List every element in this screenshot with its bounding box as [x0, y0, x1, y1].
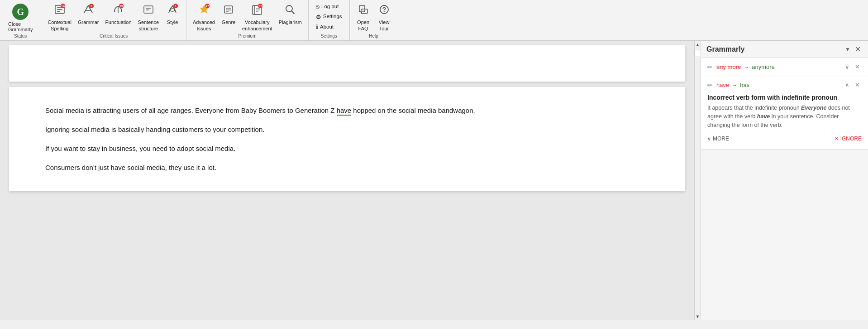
log-out-button[interactable]: ⎋ Log out	[312, 2, 342, 12]
suggestion-collapse-button-2[interactable]: ∧	[843, 81, 851, 89]
genre-label: Genre	[222, 19, 236, 25]
advanced-issues-label: Advanced Issues	[193, 19, 215, 31]
close-grammarly-label: Close Grammarly	[8, 21, 33, 32]
punctuation-button[interactable]: 15 Punctuation	[102, 2, 134, 28]
suggestion-description-2: It appears that the indefinite pronoun E…	[707, 104, 862, 129]
document-area[interactable]: Social media is attracting users of all …	[0, 41, 694, 320]
doc-page-top	[9, 45, 685, 82]
advanced-issues-button[interactable]: 47 Advanced Issues	[190, 2, 218, 34]
sentence-structure-button[interactable]: Sentence structure	[135, 2, 162, 34]
x-ignore-icon: ✕	[835, 136, 839, 142]
vocabulary-button[interactable]: 31 Vocabulary enhancement	[239, 2, 275, 34]
scroll-down-button[interactable]: ▼	[695, 313, 701, 320]
chevron-more-icon: ∨	[707, 136, 711, 142]
ribbon-group-premium: 47 Advanced Issues Genre 31 Vocabulary e…	[186, 0, 309, 40]
view-tour-icon: ?	[378, 4, 390, 18]
svg-text:47: 47	[205, 5, 209, 8]
suggestion-controls-2: ∧ ✕	[843, 81, 862, 89]
panel-dropdown-icon[interactable]: ▼	[845, 46, 850, 53]
vocabulary-label: Vocabulary enhancement	[242, 19, 272, 31]
suggestion-controls-1: ∨ ✕	[843, 63, 862, 71]
sentence-structure-icon	[143, 4, 154, 18]
ribbon-group-settings-label: Settings	[309, 34, 349, 39]
open-faq-icon	[358, 4, 369, 18]
grammar-button[interactable]: 3 Grammar	[75, 2, 101, 28]
svg-text:14: 14	[61, 5, 65, 8]
suggestion-original-2: have	[716, 82, 729, 88]
ribbon: G Close Grammarly Status 14 Contextual S…	[0, 0, 868, 41]
suggestion-arrow-2: →	[732, 82, 737, 88]
suggestion-dismiss-button-2[interactable]: ✕	[853, 81, 862, 89]
suggestion-expand-button-1[interactable]: ∨	[843, 63, 851, 71]
suggestion-corrected-2: has	[740, 82, 749, 88]
log-out-label: Log out	[321, 4, 339, 10]
advanced-issues-icon: 47	[198, 4, 210, 18]
suggestion-top-2: ✏ have → has ∧ ✕	[707, 81, 862, 89]
genre-icon	[223, 4, 234, 18]
panel-title: Grammarly	[706, 45, 845, 53]
more-button[interactable]: ∨ MORE	[707, 135, 729, 143]
paragraph-4: Consumers don't just have social media, …	[45, 162, 649, 173]
plagiarism-button[interactable]: Plagiarism	[276, 2, 305, 28]
suggestion-corrected-1: anymore	[752, 63, 775, 70]
log-out-icon: ⎋	[316, 3, 320, 10]
grammar-label: Grammar	[78, 19, 99, 25]
suggestion-top-1: ✏ any more → anymore ∨ ✕	[707, 63, 862, 71]
genre-button[interactable]: Genre	[219, 2, 238, 28]
svg-line-33	[292, 11, 295, 14]
panel-close-button[interactable]: ✕	[853, 44, 863, 54]
panel-empty-area	[701, 150, 868, 320]
suggestion-card-2: ✏ have → has ∧ ✕ Incorrect verb form wit…	[701, 76, 868, 150]
main-area: Social media is attracting users of all …	[0, 41, 868, 320]
style-icon: 1	[167, 4, 178, 18]
paragraph-1: Social media is attracting users of all …	[45, 105, 649, 116]
ignore-button[interactable]: ✕ IGNORE	[835, 135, 862, 143]
ribbon-group-critical-issues: 14 Contextual Spelling 3 Grammar 15 Punc…	[41, 0, 186, 40]
suggestion-change-2: have → has	[716, 82, 839, 88]
suggestion-dismiss-button-1[interactable]: ✕	[853, 63, 862, 71]
sentence-structure-label: Sentence structure	[138, 19, 159, 31]
svg-text:31: 31	[259, 5, 262, 8]
scroll-up-button[interactable]: ▲	[695, 41, 701, 48]
ribbon-group-help-label: Help	[350, 34, 398, 39]
grammar-icon: 3	[82, 4, 94, 18]
grammarly-logo-icon: G	[12, 4, 29, 20]
scroll-thumb[interactable]	[695, 50, 701, 56]
ribbon-group-help: Open FAQ ? View Tour Help	[350, 0, 398, 40]
panel-header-icons: ▼ ✕	[845, 44, 863, 54]
view-tour-label: View Tour	[379, 19, 390, 31]
suggestion-edit-icon-2: ✏	[707, 82, 713, 89]
suggestion-card-1: ✏ any more → anymore ∨ ✕	[701, 58, 868, 76]
punctuation-label: Punctuation	[105, 19, 131, 25]
vocabulary-icon: 31	[251, 4, 263, 18]
more-label: MORE	[713, 135, 729, 142]
svg-text:3: 3	[91, 5, 92, 8]
doc-page-main: Social media is attracting users of all …	[9, 87, 685, 191]
style-button[interactable]: 1 Style	[162, 2, 182, 28]
about-button[interactable]: ℹ About	[312, 22, 337, 32]
settings-button[interactable]: ⚙ Settings	[312, 12, 346, 22]
highlighted-word: have	[337, 106, 352, 116]
open-faq-button[interactable]: Open FAQ	[353, 2, 373, 34]
plagiarism-label: Plagiarism	[279, 19, 302, 25]
about-label: About	[320, 24, 334, 30]
svg-text:15: 15	[120, 5, 124, 8]
paragraph-3: If you want to stay in business, you nee…	[45, 143, 649, 154]
settings-icon: ⚙	[316, 14, 321, 21]
contextual-spelling-icon: 14	[54, 4, 66, 18]
contextual-spelling-button[interactable]: 14 Contextual Spelling	[45, 2, 74, 34]
suggestion-original-1: any more	[716, 63, 741, 70]
grammarly-panel: Grammarly ▼ ✕ ✏ any more → anymore ∨ ✕	[701, 41, 868, 320]
scroll-track[interactable]: ▲ ▼	[694, 41, 701, 320]
close-grammarly-button[interactable]: G Close Grammarly	[4, 2, 37, 34]
svg-text:?: ?	[382, 6, 386, 13]
view-tour-button[interactable]: ? View Tour	[374, 2, 394, 34]
svg-text:1: 1	[175, 5, 176, 8]
svg-rect-34	[359, 5, 365, 12]
ribbon-group-status-label: Status	[0, 34, 41, 39]
contextual-spelling-label: Contextual Spelling	[48, 19, 72, 31]
suggestion-arrow-1: →	[744, 64, 749, 70]
ribbon-group-premium-label: Premium	[186, 34, 308, 39]
svg-point-15	[170, 9, 175, 11]
ribbon-group-critical-label: Critical Issues	[41, 34, 186, 39]
